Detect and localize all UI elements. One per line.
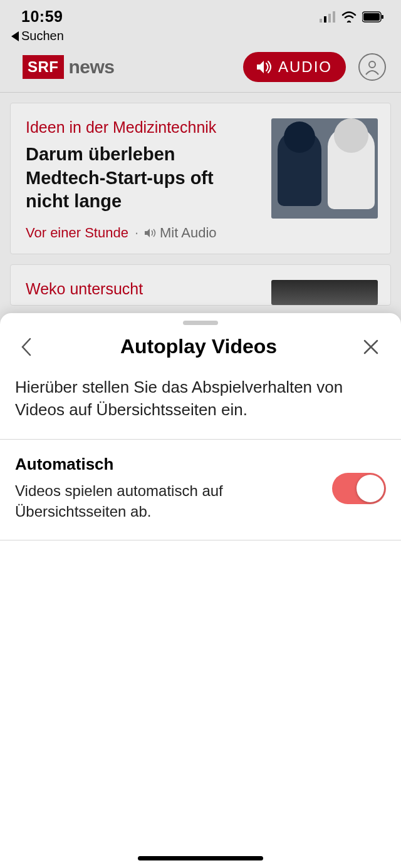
setting-sub: Videos spielen automatisch auf Übersicht… [15,480,320,522]
svg-rect-5 [363,13,380,21]
user-icon [363,58,381,76]
article-list: Ideen in der Medizintechnik Darum überle… [0,93,401,316]
autoplay-toggle[interactable] [332,473,386,504]
home-indicator[interactable] [138,856,263,860]
article-image [271,118,378,219]
autoplay-sheet: Autoplay Videos Hierüber stellen Sie das… [0,313,401,868]
speaker-icon [257,60,272,74]
sheet-back-button[interactable] [15,336,38,358]
article-meta: Vor einer Stunde · Mit Audio [26,225,259,241]
close-icon [363,339,379,355]
svg-rect-6 [382,15,383,19]
article-body: Weko untersucht [26,280,259,305]
svg-rect-2 [328,14,331,23]
article-title: Darum überleben Medtech-Start-ups oft ni… [26,143,259,214]
article-card[interactable]: Weko untersucht [10,264,391,306]
status-bar: 10:59 [0,0,401,30]
article-body: Ideen in der Medizintechnik Darum überle… [26,118,259,241]
status-icons [320,8,385,23]
svg-rect-3 [333,11,335,23]
article-time: Vor einer Stunde [26,225,128,241]
wifi-icon [341,11,357,23]
speaker-small-icon [145,228,156,238]
audio-button[interactable]: AUDIO [243,52,346,82]
status-time: 10:59 [21,8,63,26]
brand[interactable]: SRF news [23,55,115,79]
article-image [271,280,378,305]
article-card[interactable]: Ideen in der Medizintechnik Darum überle… [10,103,391,254]
back-triangle-icon [11,31,20,41]
svg-rect-1 [324,16,326,23]
toggle-knob [357,475,384,502]
brand-sub: news [69,56,115,78]
sheet-description: Hierüber stellen Sie das Abspielverhalte… [0,376,401,439]
autoplay-setting-row: Automatisch Videos spielen automatisch a… [0,439,401,540]
article-audio-label: Mit Audio [160,225,217,241]
profile-button[interactable] [358,53,386,81]
meta-separator: · [135,225,138,241]
sheet-title: Autoplay Videos [38,335,360,358]
article-audio-tag: Mit Audio [145,225,217,241]
sheet-handle[interactable] [183,321,218,325]
app-header: SRF news AUDIO [0,43,401,93]
battery-icon [362,11,385,23]
audio-button-label: AUDIO [278,58,332,76]
chevron-left-icon [21,338,32,356]
sheet-close-button[interactable] [360,336,382,358]
sheet-header: Autoplay Videos [0,325,401,376]
svg-rect-0 [320,19,322,23]
setting-text: Automatisch Videos spielen automatisch a… [15,455,332,522]
header-right: AUDIO [243,52,386,82]
article-kicker: Weko untersucht [26,280,259,298]
back-to-search[interactable]: Suchen [0,29,401,43]
setting-label: Automatisch [15,455,320,474]
brand-logo: SRF [23,55,64,79]
cellular-icon [320,11,336,23]
back-label: Suchen [21,29,64,43]
article-kicker: Ideen in der Medizintechnik [26,118,259,137]
svg-point-7 [369,61,375,68]
